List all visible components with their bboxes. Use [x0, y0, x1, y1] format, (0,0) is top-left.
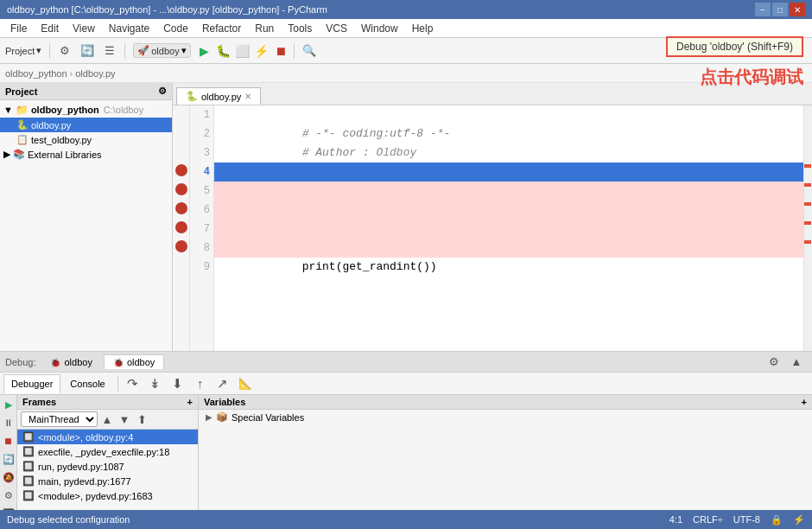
debug-layout-btn[interactable]: ▲	[786, 352, 807, 373]
run-config[interactable]: 🚀 oldboy ▾	[133, 43, 190, 58]
var-expand-icon: ▶	[206, 412, 213, 422]
sidebar-item-external-libs[interactable]: ▶ 📚 External Libraries	[0, 147, 172, 162]
test-file-icon: 📋	[16, 134, 29, 145]
frames-copy-btn[interactable]: ⬆	[134, 411, 149, 427]
menu-help[interactable]: Help	[405, 21, 441, 36]
coverage-button[interactable]: ⬜	[234, 42, 251, 60]
resume-btn[interactable]: ▶	[1, 397, 16, 412]
frames-up-btn[interactable]: ▲	[99, 411, 115, 427]
mute-btn[interactable]: 🔕	[1, 469, 16, 485]
file-tab-oldboy[interactable]: 🐍 oldboy.py ✕	[176, 87, 261, 105]
breakpoint-line5[interactable]	[175, 183, 187, 195]
frames-expand-icon[interactable]: +	[187, 397, 193, 407]
code-editor[interactable]: # -*- coding:utf-8 -*- # Author : Oldboy…	[214, 105, 803, 351]
breadcrumb-part-1[interactable]: oldboy_python	[5, 68, 67, 79]
line-num-4: 4	[193, 163, 210, 182]
stop-debug-btn[interactable]: ⏹	[1, 433, 16, 449]
frame-item-4[interactable]: 🔲 <module>, pydevd.py:1683	[17, 488, 198, 503]
code-line-4: import random	[214, 163, 803, 182]
debugger-subtab[interactable]: Debugger	[3, 374, 60, 393]
search-button[interactable]: 🔍	[299, 41, 320, 61]
debug-body: ▶ ⏸ ⏹ 🔄 🔕 ⚙ ⬛ Frames + Ma	[0, 395, 812, 529]
run-button[interactable]: ▶	[196, 42, 213, 60]
libs-icon: 📚	[13, 149, 25, 160]
pause-btn[interactable]: ⏸	[1, 415, 16, 430]
stop-button[interactable]: ⏹	[272, 42, 289, 60]
evaluate-btn[interactable]: 📐	[235, 373, 256, 394]
step-over-btn[interactable]: ↷	[123, 373, 143, 394]
debug-tab-oldboy-2[interactable]: 🐞 oldboy	[104, 354, 164, 369]
frames-panel: Frames + MainThread ▲ ▼ ⬆	[17, 395, 199, 529]
debug-tabs: Debug: 🐞 oldboy 🐞 oldboy ⚙ ▲	[0, 352, 812, 373]
frame-item-1[interactable]: 🔲 execfile, _pydev_execfile.py:18	[17, 444, 198, 459]
status-encoding: UTF-8	[733, 514, 760, 525]
breadcrumb: oldboy_python › oldboy.py	[0, 64, 812, 83]
frame-item-0[interactable]: 🔲 <module>, oldboy.py:4	[17, 430, 198, 444]
menu-file[interactable]: File	[3, 21, 34, 36]
toolbar-separator-1	[49, 43, 50, 59]
sidebar-item-label-libs: External Libraries	[28, 150, 102, 160]
minimize-button[interactable]: −	[755, 3, 771, 16]
frames-down-btn[interactable]: ▼	[117, 411, 132, 427]
toolbar-btn-3[interactable]: ☰	[99, 41, 120, 61]
breakpoint-line7[interactable]	[175, 221, 187, 233]
console-subtab[interactable]: Console	[62, 374, 112, 393]
debug-tab-icon-1: 🐞	[50, 358, 60, 367]
run-config-dropdown-icon: ▾	[181, 45, 187, 56]
status-icon-1[interactable]: 🔒	[771, 514, 783, 526]
step-into-my-btn[interactable]: ⬇	[168, 373, 188, 394]
toolbar-btn-2[interactable]: 🔄	[77, 41, 98, 61]
close-button[interactable]: ✕	[790, 3, 805, 16]
settings-debug-btn[interactable]: ⚙	[1, 488, 16, 503]
code-line-8: print(get_randint())	[214, 239, 803, 258]
window-controls: − □ ✕	[755, 3, 805, 16]
sidebar-settings-icon[interactable]: ⚙	[158, 86, 167, 97]
menu-vcs[interactable]: VCS	[319, 21, 354, 36]
debug-tab-oldboy-1[interactable]: 🐞 oldboy	[41, 354, 101, 369]
run-config-name: oldboy	[151, 46, 179, 56]
sidebar-item-oldboy-py[interactable]: 🐍 oldboy.py	[0, 118, 172, 132]
menu-view[interactable]: View	[66, 21, 102, 36]
debug-settings-btn[interactable]: ⚙	[764, 352, 784, 373]
breakpoint-line6[interactable]	[175, 202, 187, 214]
rerun-btn[interactable]: 🔄	[1, 451, 16, 467]
menu-code[interactable]: Code	[156, 21, 195, 36]
step-into-btn[interactable]: ↡	[145, 373, 166, 394]
python-file-icon: 🐍	[16, 119, 29, 131]
menu-tools[interactable]: Tools	[281, 21, 319, 36]
var-label-special: Special Variables	[232, 412, 304, 423]
sidebar-item-root[interactable]: ▼ 📁 oldboy_python C:\oldboy	[0, 102, 172, 118]
chevron-down-icon: ▾	[36, 45, 41, 56]
status-icon-2[interactable]: ⚡	[793, 514, 805, 526]
step-out-btn[interactable]: ↑	[190, 373, 211, 394]
var-item-special[interactable]: ▶ 📦 Special Variables	[199, 410, 812, 424]
frame-item-2[interactable]: 🔲 run, pydevd.py:1087	[17, 459, 198, 474]
menu-navigate[interactable]: Navigate	[102, 21, 156, 36]
frame-icon-0: 🔲	[22, 431, 35, 443]
tree-expand-icon: ▼	[3, 105, 13, 115]
breadcrumb-part-2[interactable]: oldboy.py	[75, 68, 115, 79]
frame-item-3[interactable]: 🔲 main, pydevd.py:1677	[17, 474, 198, 488]
breakpoint-line8[interactable]	[175, 240, 187, 252]
maximize-button[interactable]: □	[772, 3, 788, 16]
variables-expand-icon[interactable]: +	[802, 397, 807, 407]
breakpoint-line4[interactable]	[175, 164, 187, 176]
sidebar-item-test-oldboy[interactable]: 📋 test_oldboy.py	[0, 132, 172, 147]
menu-refactor[interactable]: Refactor	[195, 21, 248, 36]
run-cursor-btn[interactable]: ↗	[213, 373, 233, 394]
project-dropdown[interactable]: Project ▾	[5, 45, 41, 56]
menu-run[interactable]: Run	[248, 21, 281, 36]
thread-selector[interactable]: MainThread	[21, 411, 98, 427]
profile-button[interactable]: ⚡	[253, 42, 270, 60]
debug-button[interactable]: 🐛	[215, 42, 232, 60]
variables-panel: Variables + ▶ 📦 Special Variables	[199, 395, 812, 529]
file-tab-name: oldboy.py	[201, 92, 241, 102]
menu-edit[interactable]: Edit	[34, 21, 66, 36]
toolbar-separator-3	[294, 43, 295, 59]
sidebar-header: Project ⚙	[0, 83, 172, 100]
frames-header: Frames +	[17, 395, 198, 410]
toolbar-btn-1[interactable]: ⚙	[54, 41, 75, 61]
menu-window[interactable]: Window	[354, 21, 405, 36]
file-tab-close-icon[interactable]: ✕	[244, 92, 251, 101]
frames-header-label: Frames	[22, 397, 56, 407]
